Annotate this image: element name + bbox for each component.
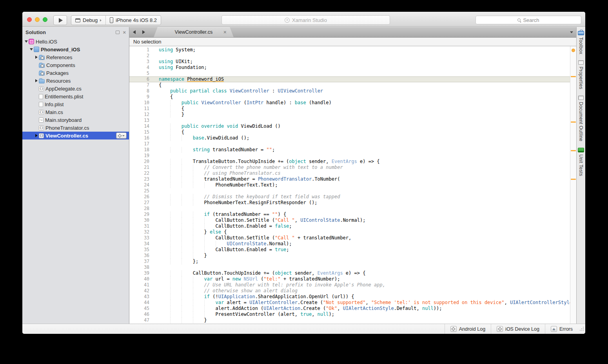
task-marker[interactable]	[571, 179, 576, 180]
statusbar-ios-device-log[interactable]: iOS Device Log	[491, 324, 545, 334]
code-line[interactable]: 42 // otherwise show an alert dialog	[129, 288, 570, 294]
tree-item-resources[interactable]: Resources	[22, 77, 129, 85]
statusbar-errors[interactable]: Errors	[545, 324, 578, 334]
code-line[interactable]: 30 CallButton.SetTitle ("Call ", UIContr…	[129, 217, 570, 223]
tree-item-viewcontroller-cs[interactable]: {}ViewController.cs	[22, 132, 129, 139]
code-line[interactable]: 21 // Convert the phone number with text…	[129, 165, 570, 170]
code-line[interactable]: 24 PhoneNumberText.Text);	[129, 182, 570, 188]
code-line[interactable]: 13	[129, 118, 570, 123]
device-selector[interactable]: iPhone 4s iOS 8.2	[106, 16, 161, 25]
tree-item-phonetranslator-cs[interactable]: {}PhoneTranslator.cs	[22, 124, 129, 132]
tree-item-main-cs[interactable]: {}Main.cs	[22, 108, 129, 116]
annotation-scrollbar[interactable]	[570, 46, 576, 324]
build-config-selector[interactable]: Debug	[71, 16, 106, 25]
item-options-gear-button[interactable]	[116, 132, 127, 139]
minimize-window-button[interactable]	[35, 17, 40, 22]
code-line[interactable]: 37 };	[129, 259, 570, 264]
code-line[interactable]: 11 {	[129, 106, 570, 112]
code-line[interactable]: 25	[129, 188, 570, 194]
code-line-text: CallButton.Enabled = true;	[154, 247, 570, 253]
code-area[interactable]: 1using System;23using UIKit;4using Found…	[129, 46, 570, 324]
code-line[interactable]: 38	[129, 264, 570, 270]
code-line[interactable]: 33 CallButton.SetTitle ("Call " + transl…	[129, 235, 570, 241]
code-line[interactable]: 9 {	[129, 94, 570, 100]
code-line[interactable]: 47 }	[129, 317, 570, 323]
code-line[interactable]: 2	[129, 53, 570, 59]
code-line[interactable]: 43 if (!UIApplication.SharedApplication.…	[129, 294, 570, 300]
dock-tab-properties[interactable]: Properties	[578, 60, 584, 89]
code-line[interactable]: 18 string translatedNumber = "";	[129, 147, 570, 153]
code-line[interactable]: 29 if (translatedNumber == "") {	[129, 212, 570, 217]
code-line-text: TranslateButton.TouchUpInside += (object…	[154, 159, 570, 165]
code-line[interactable]: 32 } else {	[129, 229, 570, 235]
code-line[interactable]: 16 base.ViewDidLoad ();	[129, 135, 570, 141]
code-line[interactable]: 6namespace Phoneword_iOS	[129, 76, 570, 82]
code-line[interactable]: 1using System;	[129, 47, 570, 53]
code-line[interactable]: 5	[129, 71, 570, 76]
code-line[interactable]: 26 // Dismiss the keyboard if text field…	[129, 194, 570, 200]
code-line[interactable]: 45 alert.AddAction (UIAlertAction.Create…	[129, 306, 570, 311]
resize-grip[interactable]	[579, 327, 584, 331]
tab-overflow-icon[interactable]	[570, 31, 573, 33]
errors-triangle-icon	[551, 326, 557, 332]
tree-item-appdelegate-cs[interactable]: {}AppDelegate.cs	[22, 85, 129, 92]
solution-pad-header: Solution ×	[22, 27, 129, 38]
tree-item-references[interactable]: References	[22, 53, 129, 61]
zoom-window-button[interactable]	[43, 17, 47, 22]
expander-right-icon[interactable]	[34, 56, 39, 59]
code-line[interactable]: 14 public override void ViewDidLoad ()	[129, 123, 570, 129]
code-line[interactable]: 44 var alert = UIAlertController.Create …	[129, 300, 570, 306]
code-line[interactable]: 8 public partial class ViewController : …	[129, 88, 570, 94]
dock-tab-document-outline[interactable]: Document Outline	[578, 96, 584, 141]
code-line[interactable]: 20 TranslateButton.TouchUpInside += (obj…	[129, 159, 570, 165]
navigate-forward-button[interactable]	[139, 27, 148, 37]
close-tab-icon[interactable]: ×	[223, 29, 227, 35]
dock-tab-unit-tests[interactable]: Unit Tests	[578, 148, 584, 176]
task-marker[interactable]	[571, 76, 576, 77]
code-line[interactable]: 10 public ViewController (IntPtr handle)…	[129, 100, 570, 106]
code-line[interactable]: 46 PresentViewController (alert, true, n…	[129, 311, 570, 317]
code-line[interactable]: 40 var url = new NSUrl ("tel:" + transla…	[129, 276, 570, 282]
expander-down-icon[interactable]	[29, 48, 34, 51]
code-line[interactable]: 41 // Use URL handler with tel: prefix t…	[129, 282, 570, 288]
tree-item-main-storyboard[interactable]: ↪Main.storyboard	[22, 116, 129, 124]
task-marker-dot[interactable]	[572, 49, 575, 52]
dock-pane-icon[interactable]	[116, 31, 120, 34]
code-line[interactable]: 23 translatedNumber = PhonewordTranslato…	[129, 176, 570, 182]
expander-down-icon[interactable]	[24, 40, 29, 43]
code-line[interactable]: 17	[129, 141, 570, 147]
indent-guide	[193, 229, 193, 235]
code-line[interactable]: 7{	[129, 82, 570, 88]
code-line[interactable]: 35 CallButton.Enabled = true;	[129, 247, 570, 253]
tree-item-components[interactable]: Components	[22, 61, 129, 69]
code-line[interactable]: 34 UIControlState.Normal);	[129, 241, 570, 247]
code-line[interactable]: 3using UIKit;	[129, 59, 570, 65]
code-line[interactable]: 12 }	[129, 112, 570, 118]
tree-item-phoneword-ios[interactable]: Phoneword_iOS	[22, 45, 129, 53]
code-line[interactable]: 22 // using PhoneTranslator.cs	[129, 170, 570, 176]
tree-item-entitlements-plist[interactable]: Entitlements.plist	[22, 92, 129, 100]
task-marker[interactable]	[571, 150, 576, 151]
code-line[interactable]: 36 }	[129, 253, 570, 259]
expander-right-icon[interactable]	[34, 79, 39, 82]
navigate-back-button[interactable]	[129, 27, 139, 37]
dock-tab-toolbox[interactable]: Toolbox	[578, 29, 584, 54]
expander-right-icon[interactable]	[34, 134, 39, 137]
code-line[interactable]: 19	[129, 153, 570, 159]
code-line[interactable]: 28	[129, 206, 570, 212]
code-line[interactable]: 27 PhoneNumberText.ResignFirstResponder …	[129, 200, 570, 206]
code-line[interactable]: 15 {	[129, 129, 570, 135]
statusbar-android-log[interactable]: Android Log	[445, 324, 491, 334]
code-line[interactable]: 4using Foundation;	[129, 65, 570, 71]
tree-item-packages[interactable]: Packages	[22, 69, 129, 77]
search-input[interactable]: Search	[476, 16, 581, 24]
tab-viewcontroller[interactable]: ViewController.cs ×	[154, 27, 234, 37]
task-marker[interactable]	[571, 121, 576, 123]
close-pad-icon[interactable]: ×	[123, 30, 126, 35]
tree-item-hello-ios[interactable]: Hello.iOS	[22, 38, 129, 45]
code-line[interactable]: 39 CallButton.TouchUpInside += (object s…	[129, 270, 570, 276]
tree-item-info-plist[interactable]: Info.plist	[22, 100, 129, 108]
close-window-button[interactable]	[27, 17, 32, 22]
code-line[interactable]: 31 CallButton.Enabled = false;	[129, 223, 570, 229]
run-button[interactable]	[53, 15, 67, 25]
